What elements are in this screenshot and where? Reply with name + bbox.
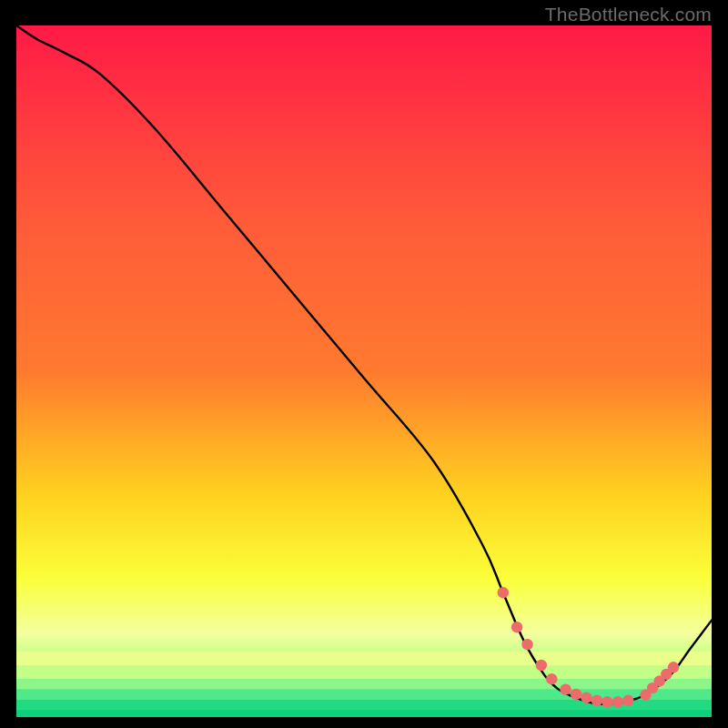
color-band [16, 710, 712, 717]
data-dot [622, 695, 633, 706]
data-dot [536, 660, 547, 671]
gradient-background [16, 25, 712, 717]
data-dot [521, 639, 532, 650]
chart-container: TheBottleneck.com [0, 0, 728, 728]
data-dot [560, 683, 571, 694]
plot-area [16, 25, 712, 717]
data-dot [498, 587, 509, 598]
data-dot [511, 622, 522, 632]
data-dot [602, 696, 612, 707]
data-dot [592, 695, 602, 706]
data-dot [581, 693, 592, 703]
color-band [16, 665, 712, 679]
data-dot [612, 696, 623, 707]
data-dot [571, 689, 581, 700]
data-dot [546, 673, 557, 684]
chart-svg [16, 25, 712, 717]
data-dot [668, 662, 679, 672]
color-band [16, 652, 712, 665]
color-band [16, 679, 712, 689]
attribution-text: TheBottleneck.com [545, 4, 712, 25]
